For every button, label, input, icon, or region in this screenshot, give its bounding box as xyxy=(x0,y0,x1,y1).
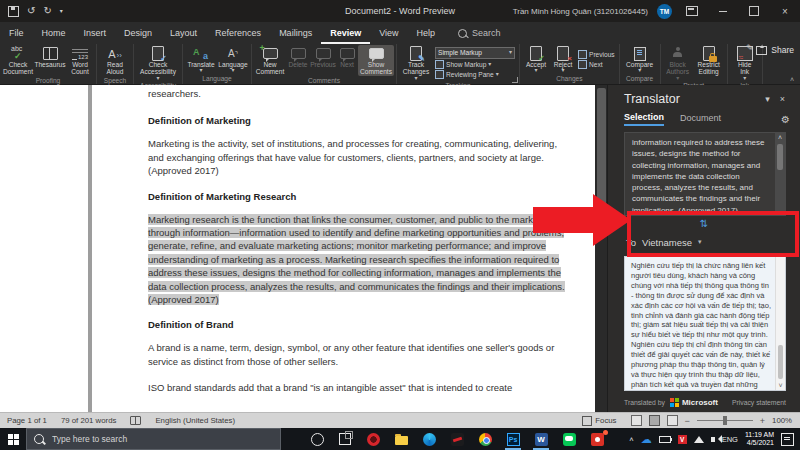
dark-red-app-button[interactable] xyxy=(443,428,471,450)
wifi-icon[interactable] xyxy=(694,436,704,443)
zoom-slider-thumb[interactable] xyxy=(723,416,727,425)
show-comments-button[interactable]: Show Comments xyxy=(358,45,394,76)
edge-button[interactable] xyxy=(415,428,443,450)
tab-view[interactable]: View xyxy=(370,22,407,44)
tracking-dialog-launcher-icon[interactable] xyxy=(512,77,518,83)
word-count-indicator[interactable]: 79 of 201 words xyxy=(54,416,123,425)
language-indicator[interactable]: English (United States) xyxy=(148,416,242,425)
compare-button[interactable]: Compare ▾ xyxy=(622,45,658,74)
new-comment-button[interactable]: New Comment xyxy=(254,45,286,76)
privacy-statement-link[interactable]: Privacy statement xyxy=(732,399,786,406)
zoom-in-button[interactable]: + xyxy=(760,416,765,426)
hide-ink-button[interactable]: Hide Ink ▾ xyxy=(730,45,760,81)
previous-comment-button[interactable]: Previous xyxy=(310,45,336,76)
photoshop-button[interactable] xyxy=(499,428,527,450)
taskbar-clock[interactable]: 11:19 AM 4/5/2021 xyxy=(745,431,774,448)
tab-selection[interactable]: Selection xyxy=(624,112,664,126)
source-text-box[interactable]: information required to address these is… xyxy=(624,132,786,216)
ribbon-display-options-button[interactable] xyxy=(681,0,703,22)
track-changes-button[interactable]: ✎ Track Changes ▾ xyxy=(399,45,433,81)
reviewing-pane-button[interactable]: Reviewing Pane ▾ xyxy=(435,70,515,79)
document-canvas[interactable]: researchers. Definition of Marketing Mar… xyxy=(0,85,608,413)
close-button[interactable]: × xyxy=(774,0,796,22)
check-document-button[interactable]: Check Document xyxy=(2,45,34,76)
focus-mode-button[interactable]: Focus xyxy=(575,416,623,426)
scrollbar-thumb[interactable] xyxy=(778,345,783,379)
source-scrollbar[interactable]: ˄ xyxy=(775,133,785,215)
tab-layout[interactable]: Layout xyxy=(161,22,206,44)
input-language[interactable]: ENG xyxy=(722,435,738,444)
zoom-level[interactable]: 100% xyxy=(772,416,792,425)
block-authors-button[interactable]: Block Authors ▾ xyxy=(663,45,693,81)
pane-options-caret-icon[interactable]: ▾ xyxy=(760,94,775,104)
task-view-button[interactable] xyxy=(331,428,359,450)
scrollbar-thumb[interactable] xyxy=(777,144,783,170)
page-indicator[interactable]: Page 1 of 1 xyxy=(0,416,54,425)
tab-review[interactable]: Review xyxy=(321,22,370,44)
tab-help[interactable]: Help xyxy=(408,22,445,44)
minimize-button[interactable] xyxy=(712,0,734,22)
tab-document[interactable]: Document xyxy=(680,113,721,125)
scroll-up-icon[interactable]: ˄ xyxy=(778,133,782,142)
word-button[interactable] xyxy=(527,428,555,450)
antivirus-icon[interactable] xyxy=(678,435,687,444)
restrict-editing-button[interactable]: Restrict Editing xyxy=(693,45,725,81)
scroll-down-icon[interactable]: ˅ xyxy=(778,381,782,390)
start-button[interactable] xyxy=(0,428,26,450)
redo-icon[interactable]: ↻ xyxy=(43,6,51,16)
language-button[interactable]: A Language ▾ xyxy=(217,45,249,74)
battery-icon[interactable] xyxy=(659,436,671,443)
chrome-button[interactable] xyxy=(471,428,499,450)
word-count-button[interactable]: Word Count xyxy=(66,45,94,76)
read-aloud-button[interactable]: A Read Aloud xyxy=(99,45,131,76)
display-for-review-dropdown[interactable]: Simple Markup ▾ xyxy=(435,47,515,59)
read-mode-button[interactable] xyxy=(631,415,642,426)
onedrive-icon[interactable]: ☁ xyxy=(641,434,652,445)
gear-icon[interactable]: ⚙ xyxy=(781,114,790,125)
check-accessibility-button[interactable]: ✓ Check Accessibility ▾ xyxy=(136,45,180,81)
tab-mailings[interactable]: Mailings xyxy=(270,22,321,44)
reject-button[interactable]: × Reject ▾ xyxy=(550,45,576,74)
share-button[interactable]: Share xyxy=(756,45,794,55)
delete-comment-button[interactable]: Delete xyxy=(286,45,310,76)
print-layout-button[interactable] xyxy=(649,415,660,426)
pane-close-icon[interactable]: × xyxy=(775,94,790,104)
action-center-icon[interactable] xyxy=(781,433,794,446)
maximize-button[interactable] xyxy=(743,0,765,22)
tab-design[interactable]: Design xyxy=(115,22,161,44)
next-change-button[interactable]: Next xyxy=(578,60,615,69)
search-input[interactable] xyxy=(50,433,273,445)
translation-box[interactable]: Nghiên cứu tiếp thị là chức năng liên kế… xyxy=(624,256,786,391)
tab-references[interactable]: References xyxy=(206,22,270,44)
show-markup-button[interactable]: Show Markup ▾ xyxy=(435,60,515,69)
proofing-status[interactable] xyxy=(123,416,148,425)
volume-icon[interactable] xyxy=(711,437,715,442)
zoom-out-button[interactable]: − xyxy=(685,416,690,426)
show-hidden-icons[interactable]: ˄ xyxy=(629,435,633,444)
account-name[interactable]: Trần Minh Hồng Quân (31201026445) xyxy=(513,7,648,16)
zoom-slider[interactable] xyxy=(697,420,753,421)
cortana-button[interactable] xyxy=(303,428,331,450)
save-icon[interactable] xyxy=(8,6,19,17)
tab-home[interactable]: Home xyxy=(33,22,75,44)
translate-button[interactable]: Translate ▾ xyxy=(185,45,217,74)
file-explorer-button[interactable] xyxy=(387,428,415,450)
web-layout-button[interactable] xyxy=(667,415,678,426)
tab-file[interactable]: File xyxy=(0,22,33,44)
customize-qat-icon[interactable]: ▾ xyxy=(60,6,63,16)
red-app-button[interactable] xyxy=(583,428,611,450)
previous-change-button[interactable]: Previous xyxy=(578,50,615,59)
ribbon-search[interactable]: Search xyxy=(458,28,501,38)
document-page[interactable]: researchers. Definition of Marketing Mar… xyxy=(92,85,595,413)
thesaurus-button[interactable]: Thesaurus xyxy=(34,45,66,76)
next-comment-button[interactable]: Next xyxy=(336,45,358,76)
undo-icon[interactable]: ↺ xyxy=(27,6,35,16)
tab-insert[interactable]: Insert xyxy=(75,22,116,44)
translation-scrollbar[interactable]: ˅ xyxy=(775,257,785,390)
taskbar-search-box[interactable] xyxy=(26,428,281,450)
collapse-ribbon-icon[interactable]: ˄ xyxy=(790,76,794,83)
accept-button[interactable]: ✓ Accept ▾ xyxy=(522,45,550,74)
avatar[interactable]: TM xyxy=(657,4,672,19)
line-app-button[interactable] xyxy=(555,428,583,450)
red-ring-app-button[interactable] xyxy=(359,428,387,450)
